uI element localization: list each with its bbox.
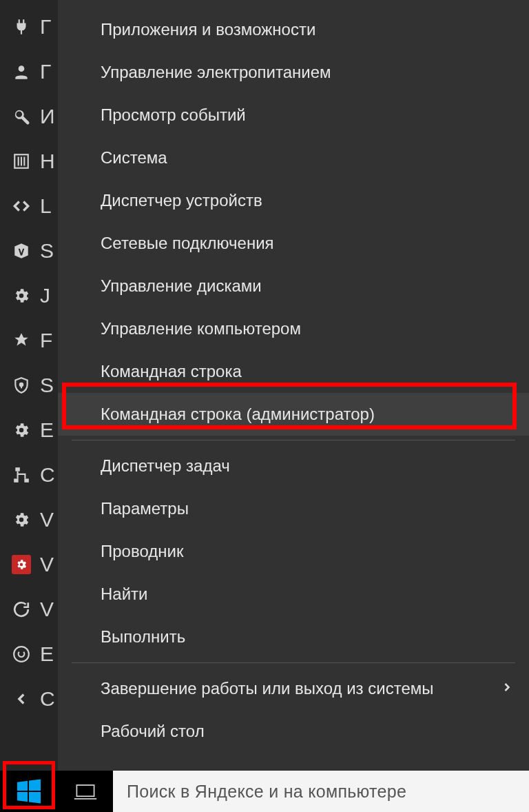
gear-icon [10, 508, 33, 531]
svg-point-5 [20, 383, 23, 385]
circle-arrow-icon [10, 642, 33, 666]
menu-item-label: Управление компьютером [101, 319, 301, 338]
taskbar: Поиск в Яндексе и на компьютере [0, 771, 529, 812]
sidebar-item[interactable]: L [0, 183, 58, 228]
code-icon [10, 194, 33, 218]
start-button[interactable] [0, 771, 58, 812]
menu-item-label: Завершение работы или выход из системы [101, 679, 433, 698]
menu-item-label: Командная строка [101, 362, 242, 381]
sidebar-label: S [40, 239, 54, 263]
menu-desktop[interactable]: Рабочий стол [58, 710, 529, 753]
menu-disk-management[interactable]: Управление дисками [58, 265, 529, 307]
yoast-icon [10, 239, 33, 263]
svg-rect-7 [15, 467, 19, 471]
menu-separator [72, 662, 515, 663]
sidebar-item[interactable]: E [0, 631, 58, 676]
sync-icon [10, 598, 33, 621]
chevron-left-icon [10, 687, 33, 711]
sidebar-label: S [40, 374, 54, 397]
svg-marker-12 [29, 779, 41, 791]
menu-item-label: Командная строка (администратор) [101, 405, 375, 424]
menu-item-label: Система [101, 148, 167, 168]
svg-rect-15 [76, 785, 94, 796]
sidebar-label: J [40, 284, 50, 307]
sliders-icon [10, 150, 33, 173]
gear-red-icon [10, 553, 33, 576]
menu-event-viewer[interactable]: Просмотр событий [58, 94, 529, 136]
sidebar-label: F [40, 329, 52, 352]
task-view-button[interactable] [58, 771, 113, 812]
menu-item-label: Просмотр событий [101, 105, 246, 125]
svg-rect-8 [14, 478, 19, 482]
sidebar-item[interactable]: F [0, 318, 58, 363]
menu-item-label: Параметры [101, 499, 189, 518]
menu-settings[interactable]: Параметры [58, 487, 529, 530]
menu-network-connections[interactable]: Сетевые подключения [58, 222, 529, 265]
sidebar-label: V [40, 598, 54, 621]
windows-logo-icon [16, 778, 42, 804]
sidebar-label: V [40, 508, 54, 531]
sidebar-item[interactable]: S [0, 363, 58, 407]
sidebar-label: Н [40, 150, 55, 173]
gear-icon [10, 418, 33, 442]
svg-point-10 [14, 647, 29, 662]
menu-item-label: Сетевые подключения [101, 234, 274, 253]
menu-command-prompt-admin[interactable]: Командная строка (администратор) [58, 393, 529, 436]
svg-rect-9 [24, 478, 29, 482]
sidebar-item[interactable]: S [0, 228, 58, 273]
menu-item-label: Выполнить [101, 627, 185, 647]
wrench-icon [10, 105, 33, 128]
sidebar-label: Г [40, 60, 51, 83]
svg-point-0 [19, 65, 25, 72]
svg-marker-14 [29, 792, 41, 804]
chevron-right-icon [500, 679, 514, 698]
sidebar-label: L [40, 194, 52, 218]
menu-item-label: Диспетчер задач [101, 456, 230, 476]
sidebar-label: E [40, 418, 54, 442]
sidebar-item[interactable]: Г [0, 4, 58, 49]
menu-power-options[interactable]: Управление электропитанием [58, 51, 529, 94]
sidebar-item[interactable]: V [0, 542, 58, 587]
menu-item-label: Рабочий стол [101, 722, 205, 741]
menu-system[interactable]: Система [58, 136, 529, 179]
menu-command-prompt[interactable]: Командная строка [58, 350, 529, 393]
winx-context-menu: Приложения и возможности Управление элек… [58, 0, 529, 772]
sidebar-label: C [40, 463, 55, 487]
menu-run[interactable]: Выполнить [58, 616, 529, 658]
sidebar-item[interactable]: Г [0, 49, 58, 94]
menu-item-label: Проводник [101, 542, 183, 561]
sidebar-item[interactable]: Н [0, 139, 58, 183]
menu-explorer[interactable]: Проводник [58, 530, 529, 573]
sidebar-item[interactable]: И [0, 94, 58, 139]
sidebar-item[interactable]: С [0, 676, 58, 721]
plug-icon [10, 15, 33, 39]
sidebar-item[interactable]: V [0, 497, 58, 542]
gear-icon [10, 284, 33, 307]
sidebar-item[interactable]: J [0, 273, 58, 318]
sidebar-item[interactable]: V [0, 587, 58, 631]
network-icon [10, 463, 33, 487]
sidebar-label: V [40, 553, 54, 576]
menu-device-manager[interactable]: Диспетчер устройств [58, 179, 529, 222]
menu-computer-management[interactable]: Управление компьютером [58, 307, 529, 350]
rank-icon [10, 329, 33, 352]
sidebar-item[interactable]: E [0, 407, 58, 452]
menu-apps-features[interactable]: Приложения и возможности [58, 8, 529, 51]
menu-item-label: Управление дисками [101, 276, 262, 296]
menu-item-label: Диспетчер устройств [101, 191, 262, 210]
menu-item-label: Управление электропитанием [101, 63, 331, 82]
sidebar-label: Г [40, 15, 51, 39]
search-bar[interactable]: Поиск в Яндексе и на компьютере [113, 771, 529, 812]
sidebar-item[interactable]: C [0, 452, 58, 497]
menu-task-manager[interactable]: Диспетчер задач [58, 445, 529, 487]
sidebar-label: С [40, 687, 55, 711]
menu-item-label: Найти [101, 585, 147, 604]
svg-marker-13 [17, 792, 28, 802]
menu-shutdown-signout[interactable]: Завершение работы или выход из системы [58, 667, 529, 710]
search-placeholder: Поиск в Яндексе и на компьютере [127, 782, 406, 802]
svg-marker-11 [17, 781, 28, 791]
menu-search[interactable]: Найти [58, 573, 529, 616]
menu-separator [72, 440, 515, 440]
shield-icon [10, 374, 33, 397]
background-left-sidebar: Г Г И Н L S J [0, 0, 58, 812]
